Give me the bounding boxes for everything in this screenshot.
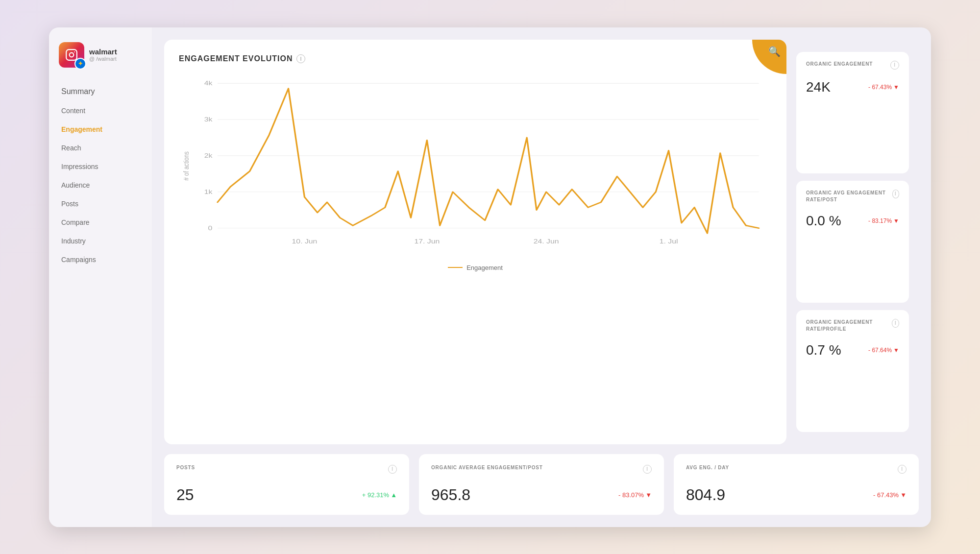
stat-info-icon-organic-avg[interactable]: i (643, 465, 652, 474)
stat-card-avg-eng-day: AVG ENG. / DAY i 804.9 - 67.43% ▼ (674, 454, 919, 515)
engagement-chart-svg: # of actions 4k 3k 2k 1k 0 (179, 73, 772, 259)
svg-text:24. Jun: 24. Jun (534, 238, 559, 244)
stat-value-posts: 25 (176, 486, 194, 504)
metric-info-icon-1[interactable]: i (890, 61, 899, 70)
search-button[interactable]: 🔍 (768, 46, 781, 57)
metric-info-icon-3[interactable]: i (892, 319, 899, 328)
app-container: ✦ walmart @ /walmart Summary Content Eng… (49, 27, 931, 527)
metric-organic-avg-rate: ORGANIC AVG ENGAGEMENT RATE/POST i 0.0 %… (796, 181, 909, 303)
svg-text:# of actions: # of actions (182, 151, 190, 180)
svg-text:2k: 2k (204, 152, 213, 159)
stat-info-icon-posts[interactable]: i (388, 465, 397, 474)
stat-value-organic-avg: 965.8 (431, 486, 470, 504)
sidebar-item-audience[interactable]: Audience (54, 176, 147, 194)
metrics-sidebar: ORGANIC ENGAGEMENT i 24K - 67.43% ▼ OR (796, 40, 919, 444)
top-section: 🔍 ENGAGEMENT EVOLUTION i # of actions (164, 40, 919, 444)
stat-title-organic-avg: ORGANIC AVERAGE ENGAGEMENT/POST (431, 465, 543, 470)
brand-name: walmart (89, 48, 117, 56)
sidebar-item-summary[interactable]: Summary (54, 82, 147, 101)
sidebar-item-industry[interactable]: Industry (54, 232, 147, 250)
sidebar-item-engagement[interactable]: Engagement (54, 120, 147, 138)
brand-handle: @ /walmart (89, 56, 117, 62)
sidebar-item-posts[interactable]: Posts (54, 195, 147, 213)
metric-change-organic-avg-rate: - 83.17% ▼ (868, 217, 899, 224)
svg-text:1. Jul: 1. Jul (660, 238, 678, 244)
metric-value-organic-rate-profile: 0.7 % (806, 342, 841, 358)
stat-change-avg-eng-day: - 67.43% ▼ (873, 491, 906, 499)
sidebar-item-content[interactable]: Content (54, 102, 147, 120)
search-corner: 🔍 (752, 40, 786, 74)
svg-text:17. Jun: 17. Jun (414, 238, 440, 244)
metric-title-organic-avg-rate: ORGANIC AVG ENGAGEMENT RATE/POST (806, 190, 892, 203)
stat-info-icon-avg-eng-day[interactable]: i (898, 465, 906, 474)
svg-text:0: 0 (208, 224, 213, 231)
stat-change-posts: + 92.31% ▲ (362, 491, 397, 499)
svg-text:4k: 4k (204, 79, 213, 86)
legend-line (448, 267, 463, 268)
svg-point-1 (70, 52, 74, 57)
sidebar-item-campaigns[interactable]: Campaigns (54, 251, 147, 268)
legend-label: Engagement (466, 264, 503, 271)
svg-text:1k: 1k (204, 188, 213, 195)
metric-info-icon-2[interactable]: i (892, 190, 899, 198)
svg-point-2 (74, 51, 75, 52)
main-content: 🔍 ENGAGEMENT EVOLUTION i # of actions (152, 27, 931, 527)
metric-change-organic-rate-profile: - 67.64% ▼ (868, 347, 899, 354)
metric-organic-rate-profile: ORGANIC ENGAGEMENT RATE/PROFILE i 0.7 % … (796, 310, 909, 432)
chart-legend: Engagement (179, 264, 772, 271)
metric-value-organic-engagement: 24K (806, 79, 831, 95)
sidebar-item-impressions[interactable]: Impressions (54, 158, 147, 175)
svg-rect-0 (66, 49, 77, 60)
brand-info: walmart @ /walmart (89, 48, 117, 62)
engagement-chart-card: 🔍 ENGAGEMENT EVOLUTION i # of actions (164, 40, 786, 444)
svg-text:3k: 3k (204, 116, 213, 122)
walmart-icon: ✦ (74, 58, 86, 70)
sidebar: ✦ walmart @ /walmart Summary Content Eng… (49, 27, 152, 527)
svg-text:10. Jun: 10. Jun (292, 238, 318, 244)
sidebar-navigation: Summary Content Engagement Reach Impress… (49, 82, 152, 268)
bottom-stats: POSTS i 25 + 92.31% ▲ ORGANIC AVERAGE EN… (164, 454, 919, 515)
metric-title-organic-rate-profile: ORGANIC ENGAGEMENT RATE/PROFILE (806, 319, 892, 333)
stat-title-posts: POSTS (176, 465, 195, 470)
sidebar-item-compare[interactable]: Compare (54, 214, 147, 231)
metric-title-organic-engagement: ORGANIC ENGAGEMENT (806, 61, 873, 68)
brand-logo: ✦ walmart @ /walmart (49, 42, 152, 82)
metric-change-organic-engagement: - 67.43% ▼ (868, 84, 899, 91)
chart-area: # of actions 4k 3k 2k 1k 0 (179, 73, 772, 259)
stat-title-avg-eng-day: AVG ENG. / DAY (686, 465, 729, 470)
stat-card-posts: POSTS i 25 + 92.31% ▲ (164, 454, 409, 515)
chart-title: ENGAGEMENT EVOLUTION i (179, 54, 772, 63)
sidebar-item-reach[interactable]: Reach (54, 139, 147, 157)
stat-card-organic-avg: ORGANIC AVERAGE ENGAGEMENT/POST i 965.8 … (419, 454, 664, 515)
stat-change-organic-avg: - 83.07% ▼ (618, 491, 652, 499)
chart-info-icon[interactable]: i (296, 54, 305, 63)
metric-value-organic-avg-rate: 0.0 % (806, 213, 841, 229)
stat-value-avg-eng-day: 804.9 (686, 486, 725, 504)
metric-organic-engagement: ORGANIC ENGAGEMENT i 24K - 67.43% ▼ (796, 52, 909, 174)
